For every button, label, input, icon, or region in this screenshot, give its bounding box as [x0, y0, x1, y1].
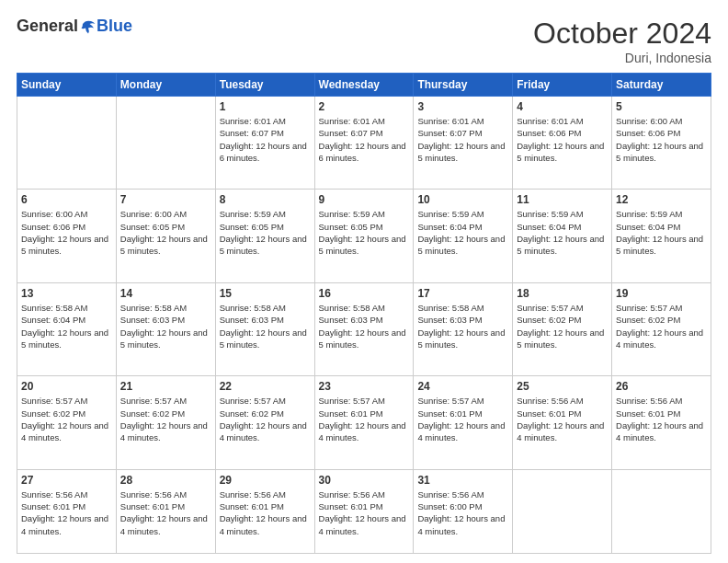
- table-row: 17Sunrise: 5:58 AM Sunset: 6:03 PM Dayli…: [414, 282, 513, 375]
- day-number: 9: [319, 193, 410, 206]
- table-row: 27Sunrise: 5:56 AM Sunset: 6:01 PM Dayli…: [17, 469, 117, 553]
- day-number: 10: [417, 193, 508, 206]
- day-info: Sunrise: 6:00 AM Sunset: 6:05 PM Dayligh…: [120, 208, 211, 257]
- day-info: Sunrise: 5:58 AM Sunset: 6:04 PM Dayligh…: [21, 302, 112, 350]
- day-info: Sunrise: 5:57 AM Sunset: 6:02 PM Dayligh…: [517, 302, 608, 350]
- day-info: Sunrise: 5:59 AM Sunset: 6:04 PM Dayligh…: [616, 208, 707, 257]
- day-number: 5: [616, 100, 707, 113]
- table-row: 18Sunrise: 5:57 AM Sunset: 6:02 PM Dayli…: [513, 282, 612, 375]
- calendar-week-2: 13Sunrise: 5:58 AM Sunset: 6:04 PM Dayli…: [17, 282, 711, 375]
- title-block: October 2024 Duri, Indonesia: [533, 17, 711, 65]
- day-number: 13: [21, 287, 112, 300]
- table-row: 7Sunrise: 6:00 AM Sunset: 6:05 PM Daylig…: [116, 190, 215, 282]
- day-number: 20: [21, 380, 112, 393]
- table-row: 14Sunrise: 5:58 AM Sunset: 6:03 PM Dayli…: [116, 282, 215, 375]
- table-row: 21Sunrise: 5:57 AM Sunset: 6:02 PM Dayli…: [116, 376, 215, 469]
- header-friday: Friday: [513, 74, 612, 97]
- day-info: Sunrise: 5:56 AM Sunset: 6:01 PM Dayligh…: [517, 395, 608, 443]
- day-number: 29: [220, 474, 311, 487]
- header: General Blue October 2024 Duri, Indonesi…: [17, 17, 711, 65]
- calendar-week-4: 27Sunrise: 5:56 AM Sunset: 6:01 PM Dayli…: [17, 469, 711, 553]
- day-info: Sunrise: 5:56 AM Sunset: 6:01 PM Dayligh…: [220, 488, 311, 537]
- day-info: Sunrise: 5:59 AM Sunset: 6:05 PM Dayligh…: [319, 208, 410, 257]
- table-row: 25Sunrise: 5:56 AM Sunset: 6:01 PM Dayli…: [513, 376, 612, 469]
- day-number: 2: [319, 100, 410, 113]
- day-info: Sunrise: 5:56 AM Sunset: 6:01 PM Dayligh…: [21, 488, 112, 537]
- page: General Blue October 2024 Duri, Indonesi…: [0, 0, 728, 563]
- day-info: Sunrise: 5:57 AM Sunset: 6:01 PM Dayligh…: [417, 395, 508, 443]
- day-number: 7: [120, 193, 211, 206]
- table-row: 3Sunrise: 6:01 AM Sunset: 6:07 PM Daylig…: [414, 97, 513, 190]
- table-row: 13Sunrise: 5:58 AM Sunset: 6:04 PM Dayli…: [17, 282, 117, 375]
- calendar-week-1: 6Sunrise: 6:00 AM Sunset: 6:06 PM Daylig…: [17, 190, 711, 282]
- header-saturday: Saturday: [612, 74, 711, 97]
- day-number: 8: [220, 193, 311, 206]
- day-number: 26: [616, 380, 707, 393]
- day-number: 28: [120, 474, 211, 487]
- day-info: Sunrise: 5:58 AM Sunset: 6:03 PM Dayligh…: [417, 302, 508, 350]
- day-number: 11: [517, 193, 608, 206]
- day-info: Sunrise: 6:01 AM Sunset: 6:07 PM Dayligh…: [319, 115, 410, 164]
- table-row: 19Sunrise: 5:57 AM Sunset: 6:02 PM Dayli…: [612, 282, 711, 375]
- table-row: 2Sunrise: 6:01 AM Sunset: 6:07 PM Daylig…: [314, 97, 414, 190]
- day-info: Sunrise: 5:58 AM Sunset: 6:03 PM Dayligh…: [220, 302, 311, 350]
- day-number: 17: [417, 287, 508, 300]
- logo-bird-icon: [80, 18, 97, 35]
- table-row: 11Sunrise: 5:59 AM Sunset: 6:04 PM Dayli…: [513, 190, 612, 282]
- day-info: Sunrise: 5:59 AM Sunset: 6:04 PM Dayligh…: [417, 208, 508, 257]
- day-info: Sunrise: 6:01 AM Sunset: 6:07 PM Dayligh…: [220, 115, 311, 164]
- day-info: Sunrise: 5:59 AM Sunset: 6:04 PM Dayligh…: [517, 208, 608, 257]
- day-info: Sunrise: 5:57 AM Sunset: 6:01 PM Dayligh…: [319, 395, 410, 443]
- header-wednesday: Wednesday: [314, 74, 414, 97]
- calendar-week-3: 20Sunrise: 5:57 AM Sunset: 6:02 PM Dayli…: [17, 376, 711, 469]
- weekday-header-row: Sunday Monday Tuesday Wednesday Thursday…: [17, 74, 711, 97]
- day-info: Sunrise: 5:58 AM Sunset: 6:03 PM Dayligh…: [319, 302, 410, 350]
- location: Duri, Indonesia: [533, 51, 711, 65]
- header-sunday: Sunday: [17, 74, 117, 97]
- day-info: Sunrise: 5:56 AM Sunset: 6:00 PM Dayligh…: [417, 488, 508, 537]
- day-number: 31: [417, 474, 508, 487]
- day-info: Sunrise: 5:57 AM Sunset: 6:02 PM Dayligh…: [220, 395, 311, 443]
- day-info: Sunrise: 5:56 AM Sunset: 6:01 PM Dayligh…: [120, 488, 211, 537]
- table-row: 24Sunrise: 5:57 AM Sunset: 6:01 PM Dayli…: [414, 376, 513, 469]
- header-tuesday: Tuesday: [215, 74, 314, 97]
- table-row: 9Sunrise: 5:59 AM Sunset: 6:05 PM Daylig…: [314, 190, 414, 282]
- table-row: 8Sunrise: 5:59 AM Sunset: 6:05 PM Daylig…: [215, 190, 314, 282]
- logo-text: General Blue: [17, 17, 132, 36]
- table-row: 15Sunrise: 5:58 AM Sunset: 6:03 PM Dayli…: [215, 282, 314, 375]
- table-row: 30Sunrise: 5:56 AM Sunset: 6:01 PM Dayli…: [314, 469, 414, 553]
- day-info: Sunrise: 6:00 AM Sunset: 6:06 PM Dayligh…: [616, 115, 707, 164]
- month-title: October 2024: [533, 17, 711, 51]
- table-row: 16Sunrise: 5:58 AM Sunset: 6:03 PM Dayli…: [314, 282, 414, 375]
- day-number: 4: [517, 100, 608, 113]
- day-number: 12: [616, 193, 707, 206]
- day-info: Sunrise: 5:59 AM Sunset: 6:05 PM Dayligh…: [220, 208, 311, 257]
- day-info: Sunrise: 5:58 AM Sunset: 6:03 PM Dayligh…: [120, 302, 211, 350]
- table-row: 4Sunrise: 6:01 AM Sunset: 6:06 PM Daylig…: [513, 97, 612, 190]
- day-info: Sunrise: 6:01 AM Sunset: 6:06 PM Dayligh…: [517, 115, 608, 164]
- day-number: 19: [616, 287, 707, 300]
- day-number: 14: [120, 287, 211, 300]
- header-thursday: Thursday: [414, 74, 513, 97]
- calendar: Sunday Monday Tuesday Wednesday Thursday…: [17, 73, 711, 554]
- day-number: 25: [517, 380, 608, 393]
- logo-general: General: [17, 17, 78, 36]
- day-number: 24: [417, 380, 508, 393]
- logo-blue: Blue: [97, 17, 132, 36]
- day-number: 23: [319, 380, 410, 393]
- day-info: Sunrise: 6:01 AM Sunset: 6:07 PM Dayligh…: [417, 115, 508, 164]
- day-number: 18: [517, 287, 608, 300]
- day-number: 27: [21, 474, 112, 487]
- day-number: 21: [120, 380, 211, 393]
- table-row: 1Sunrise: 6:01 AM Sunset: 6:07 PM Daylig…: [215, 97, 314, 190]
- table-row: 26Sunrise: 5:56 AM Sunset: 6:01 PM Dayli…: [612, 376, 711, 469]
- table-row: 20Sunrise: 5:57 AM Sunset: 6:02 PM Dayli…: [17, 376, 117, 469]
- table-row: 6Sunrise: 6:00 AM Sunset: 6:06 PM Daylig…: [17, 190, 117, 282]
- header-monday: Monday: [116, 74, 215, 97]
- day-info: Sunrise: 5:57 AM Sunset: 6:02 PM Dayligh…: [120, 395, 211, 443]
- table-row: 29Sunrise: 5:56 AM Sunset: 6:01 PM Dayli…: [215, 469, 314, 553]
- day-number: 30: [319, 474, 410, 487]
- day-number: 1: [220, 100, 311, 113]
- day-number: 22: [220, 380, 311, 393]
- table-row: [612, 469, 711, 553]
